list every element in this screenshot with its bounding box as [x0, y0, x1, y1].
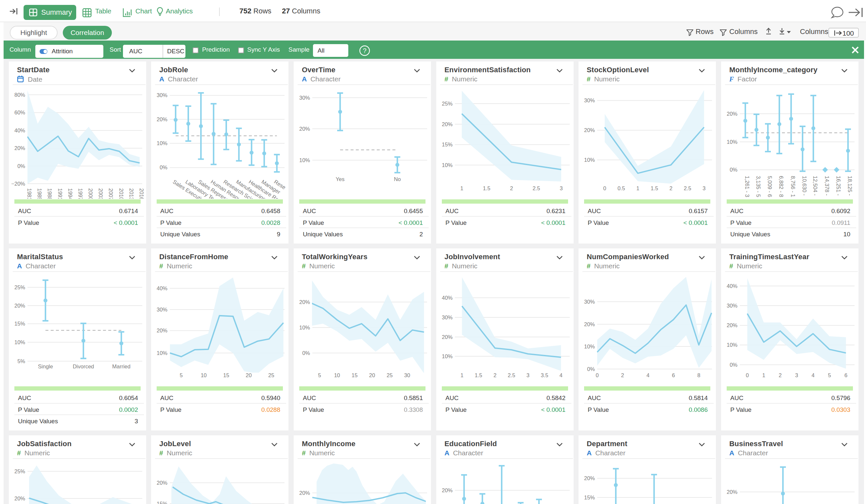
svg-text:2003: 2003 [98, 188, 104, 199]
svg-text:1: 1 [762, 372, 765, 378]
svg-text:4: 4 [811, 372, 814, 378]
svg-text:4: 4 [646, 372, 650, 378]
svg-text:40%: 40% [14, 127, 25, 133]
svg-text:10%: 10% [299, 325, 310, 331]
svg-text:10%: 10% [727, 139, 737, 145]
svg-text:2010: 2010 [119, 188, 124, 199]
svg-text:10%: 10% [727, 342, 737, 348]
svg-text:20: 20 [369, 372, 375, 378]
svg-text:20%: 20% [727, 111, 737, 117]
svg-text:Yes: Yes [336, 176, 345, 182]
svg-text:10%: 10% [14, 339, 25, 345]
svg-text:0: 0 [746, 372, 748, 378]
svg-text:30%: 30% [727, 303, 737, 309]
svg-text:20%: 20% [299, 126, 310, 132]
svg-text:10%: 10% [584, 344, 595, 349]
svg-text:0%: 0% [159, 165, 167, 170]
svg-text:Married: Married [112, 363, 131, 369]
svg-text:1,261 - 3: 1,261 - 3 [744, 176, 750, 197]
svg-text:15%: 15% [584, 494, 595, 501]
svg-text:14,378 -: 14,378 - [824, 176, 830, 196]
svg-text:20%: 20% [727, 489, 737, 495]
svg-text:1991: 1991 [57, 188, 63, 199]
svg-text:25%: 25% [14, 284, 25, 290]
svg-text:0%: 0% [17, 163, 25, 169]
svg-text:1997: 1997 [78, 188, 84, 199]
svg-text:20%: 20% [157, 116, 167, 122]
svg-text:20%: 20% [442, 334, 453, 340]
svg-text:0%: 0% [587, 366, 595, 372]
svg-text:2: 2 [493, 372, 497, 378]
svg-text:2.5: 2.5 [533, 185, 540, 191]
svg-text:2007: 2007 [108, 188, 114, 199]
svg-text:10%: 10% [157, 350, 167, 356]
svg-text:4: 4 [559, 372, 563, 378]
svg-text:15%: 15% [442, 142, 453, 147]
svg-text:1: 1 [460, 185, 463, 191]
svg-text:25: 25 [268, 372, 274, 378]
svg-text:10%: 10% [442, 162, 453, 168]
svg-text:10,630 -: 10,630 - [802, 176, 808, 196]
svg-text:20%: 20% [14, 303, 25, 309]
svg-text:25: 25 [387, 372, 392, 378]
svg-text:3.5: 3.5 [541, 372, 548, 378]
svg-text:3: 3 [795, 372, 798, 378]
svg-text:20: 20 [246, 372, 252, 378]
svg-text:20%: 20% [14, 145, 25, 151]
svg-text:20%: 20% [584, 321, 595, 327]
svg-text:30%: 30% [584, 299, 595, 305]
svg-text:20%: 20% [299, 490, 310, 496]
svg-text:16,251 -: 16,251 - [835, 176, 842, 196]
svg-text:1: 1 [636, 185, 639, 191]
svg-text:18,125 -: 18,125 - [847, 176, 853, 196]
svg-text:2.5: 2.5 [684, 185, 691, 191]
svg-text:15: 15 [352, 372, 357, 378]
svg-text:1: 1 [460, 372, 464, 378]
svg-text:40%: 40% [727, 283, 737, 289]
svg-text:8: 8 [697, 372, 700, 378]
svg-text:20%: 20% [157, 480, 167, 486]
svg-text:80%: 80% [14, 92, 25, 98]
svg-text:2.5: 2.5 [508, 372, 515, 378]
svg-text:5: 5 [318, 372, 321, 378]
svg-text:20%: 20% [442, 121, 453, 127]
svg-text:10: 10 [201, 372, 207, 378]
svg-text:1.5: 1.5 [483, 185, 490, 191]
svg-text:3,135 - 5: 3,135 - 5 [755, 176, 761, 197]
svg-text:−20%: −20% [11, 181, 25, 187]
svg-text:2: 2 [621, 372, 624, 378]
svg-text:No: No [394, 176, 401, 182]
svg-text:15%: 15% [14, 321, 25, 326]
svg-text:6: 6 [672, 372, 675, 378]
svg-text:1981: 1981 [26, 188, 32, 199]
svg-text:12,504 -: 12,504 - [812, 176, 818, 196]
svg-text:3: 3 [526, 372, 530, 378]
svg-text:3: 3 [702, 185, 706, 191]
svg-text:30%: 30% [157, 306, 167, 313]
svg-text:2: 2 [669, 185, 673, 191]
svg-text:10%: 10% [299, 157, 310, 163]
svg-text:6,882 - 8: 6,882 - 8 [778, 176, 784, 197]
svg-text:40%: 40% [442, 295, 453, 301]
svg-text:2: 2 [779, 372, 781, 378]
svg-text:0%: 0% [730, 167, 737, 172]
svg-text:60%: 60% [14, 110, 25, 115]
svg-text:?: ? [363, 47, 366, 54]
svg-text:2: 2 [510, 185, 513, 191]
svg-text:Single: Single [38, 363, 53, 369]
svg-text:15: 15 [223, 372, 229, 378]
svg-text:0%: 0% [730, 362, 737, 368]
svg-text:20%: 20% [727, 322, 737, 328]
svg-text:40%: 40% [157, 285, 167, 291]
svg-text:30%: 30% [157, 92, 167, 98]
svg-text:2000: 2000 [88, 188, 93, 199]
svg-text:2013: 2013 [129, 188, 134, 199]
svg-text:25%: 25% [442, 101, 453, 107]
svg-text:10%: 10% [584, 157, 595, 163]
svg-text:6: 6 [844, 372, 847, 378]
svg-text:3: 3 [559, 185, 563, 191]
svg-text:20%: 20% [157, 327, 167, 333]
svg-text:2016: 2016 [139, 188, 145, 199]
svg-text:20%: 20% [584, 475, 595, 481]
svg-text:5%: 5% [17, 358, 25, 364]
